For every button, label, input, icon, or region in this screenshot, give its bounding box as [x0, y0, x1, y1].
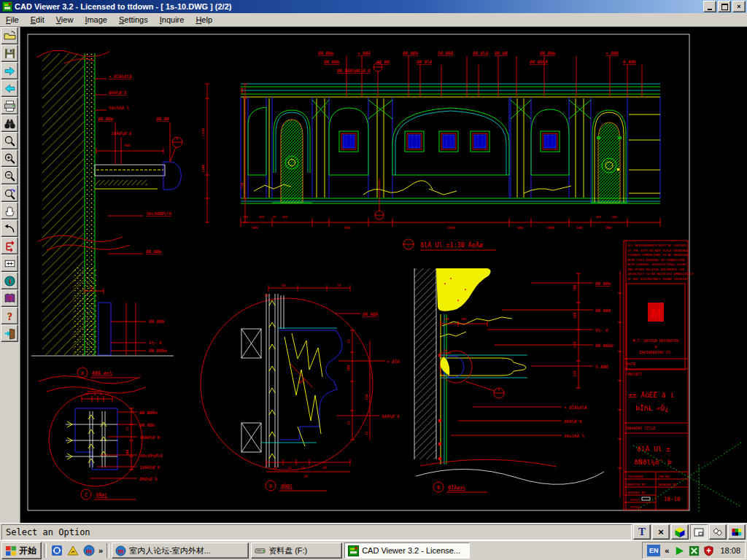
tray-clock[interactable]: 18:08 [717, 546, 740, 555]
dim: 44 [90, 387, 94, 391]
task-drive-window[interactable]: 资料盘 (F:) [251, 542, 342, 559]
quicklaunch-browser-button[interactable] [49, 542, 65, 559]
markup-delete-button[interactable]: × [652, 524, 670, 540]
menu-image[interactable]: Image [79, 14, 113, 26]
menu-help[interactable]: Help [190, 14, 218, 26]
zoom-previous-button[interactable] [1, 184, 18, 202]
detail-label: ØÆ ØØb [139, 423, 155, 427]
tags-icon [712, 526, 724, 538]
logo-letter: M [651, 307, 661, 321]
zoom-out-button[interactable] [1, 167, 18, 184]
drawing-title-text: ðÑðl¼ô' Þ [634, 458, 672, 466]
menu-inquire[interactable]: Inquire [154, 14, 190, 26]
prev-page-button[interactable] [1, 79, 18, 97]
tray-antivirus-button[interactable] [688, 545, 700, 556]
zoom-in-button[interactable] [1, 149, 18, 167]
color-palette-button[interactable] [728, 524, 746, 540]
field-label: DRAWING TITLE [627, 426, 655, 430]
menu-edit[interactable]: Edit [25, 14, 50, 26]
detail-b: 100 200 60 ØÆ ØØm ØÆ ØØ0 E½~ 0 ØÆ ØØÃm Õ… [414, 268, 622, 497]
3d-view-button[interactable] [671, 524, 689, 540]
drawing-title-text: ðlÃ Ul ± [637, 445, 670, 453]
windows-logo-icon [5, 545, 17, 556]
start-button[interactable]: 开始 [1, 542, 42, 559]
detail-tag: B [437, 485, 440, 491]
disclaimer-line: FIGURED DIMENSIONS TO BE OBSERVED [627, 253, 689, 257]
detail-c: 44 20 8 8 12 75 100 ØÆ ØØÃm ØÆ ØØb 18Ã0¼… [49, 387, 163, 499]
dim: 15 [337, 284, 341, 287]
about-button[interactable]: ? [1, 307, 18, 324]
window-select-button[interactable] [690, 524, 708, 540]
print-icon [4, 100, 16, 112]
field-label: PROJECT [627, 372, 642, 376]
dim: 60 [444, 349, 447, 352]
print-button[interactable] [1, 97, 18, 114]
menu-view[interactable]: View [50, 14, 80, 26]
quicklaunch-tool-button[interactable] [65, 542, 81, 559]
dimension-button[interactable] [1, 254, 18, 272]
restore-button[interactable] [718, 1, 731, 12]
detail-label: 30x30Ã ¼ [564, 433, 584, 438]
project-text: ÞÎñȽ «Ô¿ [635, 404, 669, 412]
svg-text:?: ? [7, 311, 12, 322]
dim: 15 [287, 466, 292, 470]
dim: 15 [365, 431, 368, 435]
info-button[interactable]: i [1, 272, 18, 289]
markup-arrows-button[interactable] [1, 237, 18, 254]
section-label: ØÀ0¼Ø'ð [109, 90, 127, 95]
detail-label: ØÀ0¼Ø'0 [564, 419, 582, 424]
minimize-button[interactable] [703, 1, 716, 12]
task-cadviewer-window[interactable]: CAD Viewer 3.2 - License... [344, 542, 470, 559]
tray-security-button[interactable] [703, 545, 714, 556]
open-button[interactable] [1, 27, 18, 44]
quicklaunch-overflow[interactable]: » [97, 546, 104, 555]
language-indicator[interactable]: EN [647, 545, 660, 556]
about-icon: ? [4, 310, 16, 322]
status-bar: Select an Option T × [0, 523, 747, 540]
text-toggle-button[interactable]: T [633, 524, 651, 540]
dim: 15 [347, 421, 350, 425]
save-button[interactable] [1, 44, 18, 62]
color-palette-icon [731, 526, 743, 538]
close-button[interactable]: × [732, 1, 746, 12]
disclaimer-line: ARCHITECT TO BE NOTIFIED IMMEDIATELY [627, 272, 694, 276]
exit-button[interactable] [1, 324, 18, 342]
find-button[interactable] [1, 114, 18, 132]
open-icon [4, 30, 16, 42]
dim: 20 [264, 294, 268, 298]
menu-file[interactable]: File [0, 14, 25, 26]
window-title: CAD Viewer 3.2 - Licensed to ttdown - [ … [15, 2, 703, 11]
undo-view-icon [4, 222, 16, 235]
detail-label: × ØÎÆ¼ØlÆ [564, 405, 587, 410]
pan-button[interactable] [1, 202, 18, 219]
status-message: Select an Option [1, 524, 632, 540]
elev-label: ØÆ ØØ [376, 60, 390, 64]
field-label: COMPUTER BY [625, 483, 646, 486]
security-shield-icon [703, 545, 714, 556]
dim: 500 [124, 144, 131, 147]
undo-view-button[interactable] [1, 219, 18, 237]
detail-caption: ÆØÃ.ø±¼ [92, 370, 112, 376]
field-label: DRAWING NO [658, 483, 677, 486]
play-icon [674, 545, 685, 556]
maxthon-icon: m [115, 545, 126, 556]
detail-label: 18Ã0¼Ø'0 [139, 435, 160, 440]
help-book-button[interactable]: ? [1, 289, 18, 307]
help-book-icon: ? [4, 292, 16, 305]
menu-settings[interactable]: Settings [113, 14, 154, 26]
tray-collapse-chevron[interactable]: « [663, 546, 670, 555]
zoom-window-button[interactable] [1, 132, 18, 149]
tray-play-button[interactable] [673, 545, 685, 556]
next-page-button[interactable] [1, 62, 18, 79]
section-label: ØÆ ØØm [146, 249, 161, 254]
dim: 15 [301, 466, 305, 470]
quicklaunch-maxthon-button[interactable]: m [81, 542, 97, 559]
svg-text:i: i [9, 277, 11, 285]
dim: 3100 [446, 226, 454, 230]
cube-icon [674, 526, 686, 538]
tags-button[interactable] [709, 524, 727, 540]
detail-a-caption: A ÆØÃ.ø±¼ [77, 368, 137, 378]
dim: 100 [258, 215, 264, 219]
drawing-canvas[interactable]: × ØÎÆ¼ØlÆ ØÀ0¼Ø'ð 50x50Ã ¼ ØÆ ØØm ØÆ ØØ … [20, 27, 747, 523]
task-forum-window[interactable]: m 室内人论坛-室内外材... [112, 542, 249, 559]
